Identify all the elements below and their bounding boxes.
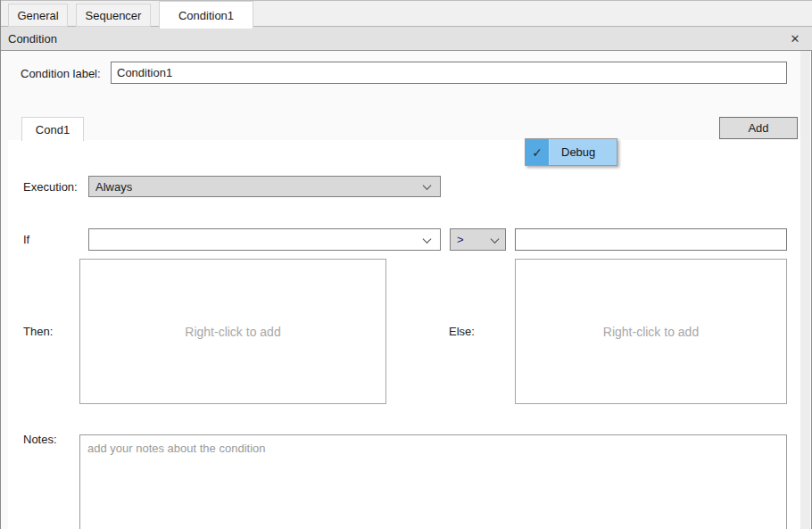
tab-condition1-label: Condition1 bbox=[178, 9, 234, 22]
if-left-combobox[interactable] bbox=[88, 228, 441, 251]
tab-condition1[interactable]: Condition1 bbox=[159, 1, 253, 29]
else-placeholder: Right-click to add bbox=[603, 325, 699, 339]
checkmark-icon: ✓ bbox=[532, 145, 543, 160]
chevron-down-icon bbox=[423, 181, 432, 190]
execution-caption: Execution: bbox=[23, 180, 78, 194]
add-button[interactable]: Add bbox=[719, 117, 798, 139]
else-actions-area[interactable]: Right-click to add bbox=[515, 259, 787, 404]
tab-cond1-label: Cond1 bbox=[36, 123, 70, 136]
operator-selected-value: > bbox=[457, 233, 464, 246]
then-actions-area[interactable]: Right-click to add bbox=[79, 259, 386, 404]
document-tabstrip: General Sequencer Condition1 bbox=[1, 0, 812, 27]
then-caption: Then: bbox=[23, 325, 53, 338]
tab-general-label: General bbox=[17, 9, 58, 22]
tab-sequencer-label: Sequencer bbox=[86, 9, 142, 22]
condition-panel: Condition label: Cond1 Add ✓ Debug Execu… bbox=[1, 51, 812, 529]
menu-item-debug-label: Debug bbox=[561, 145, 595, 159]
right-gutter bbox=[800, 51, 810, 529]
menu-item-debug[interactable]: Debug bbox=[550, 139, 595, 165]
panel-header: Condition ✕ bbox=[1, 27, 812, 51]
else-caption: Else: bbox=[449, 325, 475, 338]
execution-combobox[interactable]: Always bbox=[88, 176, 441, 197]
notes-caption: Notes: bbox=[23, 433, 57, 446]
chevron-down-icon bbox=[423, 235, 432, 244]
add-button-label: Add bbox=[748, 121, 768, 135]
tab-general[interactable]: General bbox=[8, 4, 68, 27]
notes-textarea[interactable] bbox=[79, 434, 787, 529]
condition-label-caption: Condition label: bbox=[21, 67, 101, 80]
condition-label-input[interactable] bbox=[111, 62, 787, 84]
chevron-down-icon bbox=[491, 235, 500, 244]
menu-check-gutter: ✓ bbox=[526, 139, 550, 165]
tab-cond1[interactable]: Cond1 bbox=[21, 117, 84, 141]
if-right-input[interactable] bbox=[515, 228, 787, 251]
close-icon[interactable]: ✕ bbox=[787, 30, 803, 46]
panel-title: Condition bbox=[8, 32, 57, 45]
if-caption: If bbox=[23, 233, 29, 246]
execution-selected-value: Always bbox=[95, 180, 132, 194]
operator-combobox[interactable]: > bbox=[450, 228, 506, 251]
context-menu: ✓ Debug bbox=[525, 138, 617, 166]
then-placeholder: Right-click to add bbox=[185, 325, 280, 339]
tab-sequencer[interactable]: Sequencer bbox=[76, 4, 151, 27]
